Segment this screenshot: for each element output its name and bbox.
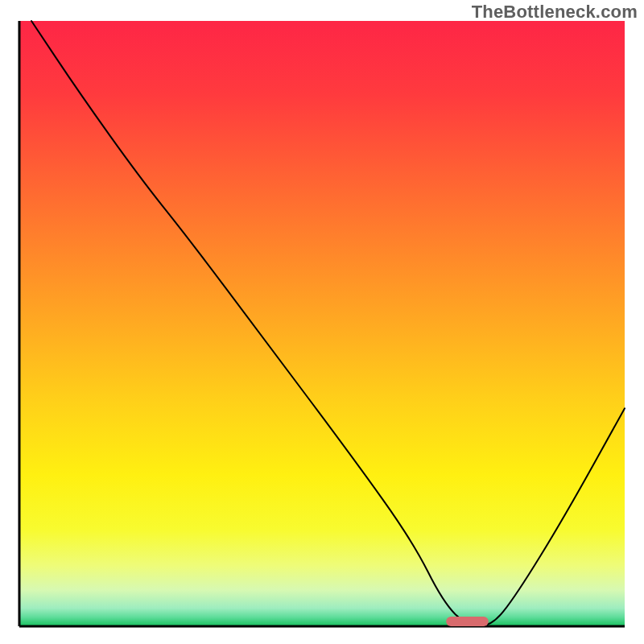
chart-container: TheBottleneck.com	[0, 0, 644, 644]
bottleneck-chart	[0, 0, 644, 644]
plot-background	[19, 21, 625, 626]
watermark-text: TheBottleneck.com	[472, 2, 638, 23]
minimum-marker	[446, 617, 489, 626]
